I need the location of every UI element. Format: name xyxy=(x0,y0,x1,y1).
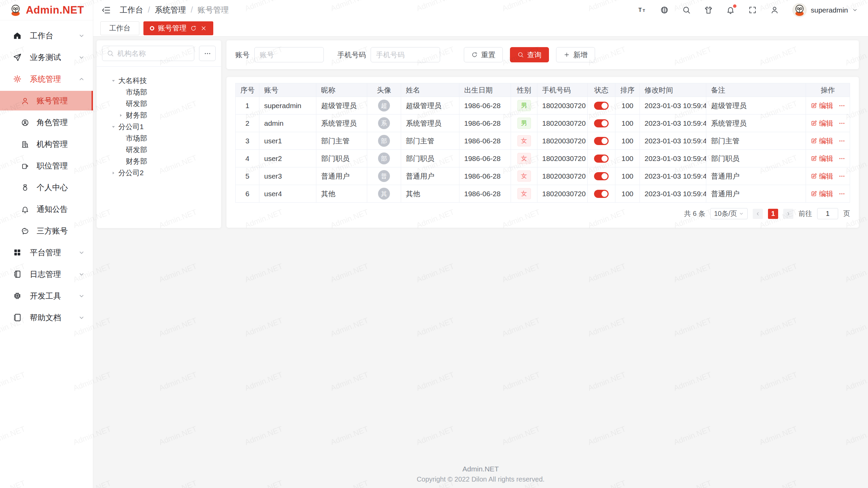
breadcrumb-separator: / xyxy=(191,5,193,15)
chevron-down-icon xyxy=(78,293,85,299)
edit-button[interactable]: 编辑 xyxy=(811,119,833,128)
cell-avatar: 其 xyxy=(367,185,401,203)
edit-button[interactable]: 编辑 xyxy=(811,101,833,110)
sidebar-item-日志管理[interactable]: 日志管理 xyxy=(0,264,93,284)
cell-account: user4 xyxy=(259,185,316,203)
tree-node-大名科技[interactable]: 大名科技 xyxy=(99,75,218,86)
breadcrumb-item[interactable]: 系统管理 xyxy=(155,5,186,15)
edit-button[interactable]: 编辑 xyxy=(811,136,833,146)
cell-gender: 女 xyxy=(511,150,537,167)
page-size-select[interactable]: 10条/页 xyxy=(710,208,748,219)
table-row: 4user2部门职员部部门职员1986-06-28女18020030720100… xyxy=(236,150,850,167)
sidebar-item-角色管理[interactable]: 角色管理 xyxy=(0,113,93,132)
tab-工作台[interactable]: 工作台 xyxy=(100,21,139,35)
tab-close-icon[interactable] xyxy=(200,25,207,32)
cell-avatar: 超 xyxy=(367,97,401,115)
sidebar-item-工作台[interactable]: 工作台 xyxy=(0,26,93,45)
cell-index: 1 xyxy=(236,97,259,115)
account-input[interactable] xyxy=(254,47,324,62)
query-button[interactable]: 查询 xyxy=(510,47,549,62)
person-icon[interactable] xyxy=(770,6,779,14)
tree-node-label: 财务部 xyxy=(126,110,147,120)
edit-label: 编辑 xyxy=(819,154,833,163)
more-actions-button[interactable] xyxy=(839,190,845,197)
caret-down-icon[interactable] xyxy=(111,78,118,83)
row-avatar: 普 xyxy=(378,170,390,182)
status-toggle[interactable] xyxy=(594,137,609,145)
tree-node-分公司2[interactable]: 分公司2 xyxy=(99,167,218,179)
cell-status xyxy=(588,185,615,203)
language-icon[interactable] xyxy=(660,6,669,14)
org-tree: 大名科技市场部研发部财务部分公司1市场部研发部财务部分公司2 xyxy=(97,67,221,187)
table-row: 2admin系统管理员系系统管理员1986-06-28男180200307201… xyxy=(236,115,850,132)
sidebar-fold-icon[interactable] xyxy=(101,5,111,15)
more-actions-button[interactable] xyxy=(839,138,845,144)
breadcrumb-item[interactable]: 工作台 xyxy=(120,5,143,15)
user-menu[interactable]: superadmin xyxy=(792,3,858,17)
cell-remark: 部门职员 xyxy=(706,150,806,167)
tab-refresh-icon[interactable] xyxy=(190,25,197,32)
sidebar-item-帮助文档[interactable]: 帮助文档 xyxy=(0,308,93,327)
reset-button[interactable]: 重置 xyxy=(464,47,503,62)
status-toggle[interactable] xyxy=(594,119,609,127)
org-search-input[interactable] xyxy=(117,49,190,58)
prev-page-button[interactable] xyxy=(753,209,763,219)
tree-node-研发部[interactable]: 研发部 xyxy=(99,98,218,109)
caret-right-icon[interactable] xyxy=(111,170,118,176)
table-row: 5user3普通用户普普通用户1986-06-28女18020030720100… xyxy=(236,167,850,185)
sidebar-item-平台管理[interactable]: 平台管理 xyxy=(0,243,93,262)
current-page[interactable]: 1 xyxy=(768,209,778,219)
goto-page-input[interactable] xyxy=(817,208,838,219)
caret-right-icon[interactable] xyxy=(118,113,126,118)
sidebar-item-业务测试[interactable]: 业务测试 xyxy=(0,47,93,67)
sidebar-item-label: 职位管理 xyxy=(37,161,68,171)
more-actions-button[interactable] xyxy=(839,173,845,180)
edit-button[interactable]: 编辑 xyxy=(811,154,833,163)
more-options-button[interactable] xyxy=(199,46,216,61)
cell-name: 部门主管 xyxy=(401,132,459,150)
status-toggle[interactable] xyxy=(594,190,609,198)
sidebar-item-开发工具[interactable]: 开发工具 xyxy=(0,286,93,306)
sidebar-item-个人中心[interactable]: 个人中心 xyxy=(0,178,93,197)
more-actions-button[interactable] xyxy=(839,120,845,127)
sidebar-item-三方账号[interactable]: 三方账号 xyxy=(0,221,93,241)
status-toggle[interactable] xyxy=(594,155,609,163)
notification-bell-icon[interactable] xyxy=(726,6,735,14)
sidebar-item-系统管理[interactable]: 系统管理 xyxy=(0,69,93,89)
column-header-修改时间: 修改时间 xyxy=(640,83,706,97)
next-page-button[interactable] xyxy=(783,209,793,219)
sidebar-item-机构管理[interactable]: 机构管理 xyxy=(0,134,93,154)
chevron-down-icon xyxy=(78,54,85,61)
cell-phone: 18020030720 xyxy=(537,97,588,115)
caret-down-icon[interactable] xyxy=(111,124,118,129)
tree-node-市场部[interactable]: 市场部 xyxy=(99,86,218,98)
table-row: 1superadmin超级管理员超超级管理员1986-06-28男1802003… xyxy=(236,97,850,115)
more-actions-button[interactable] xyxy=(839,155,845,162)
column-header-头像: 头像 xyxy=(367,83,401,97)
phone-input[interactable] xyxy=(371,47,440,62)
sidebar-item-通知公告[interactable]: 通知公告 xyxy=(0,199,93,219)
sidebar-item-职位管理[interactable]: 职位管理 xyxy=(0,156,93,176)
cell-ops: 编辑 xyxy=(806,167,850,185)
edit-icon xyxy=(811,120,817,126)
more-actions-button[interactable] xyxy=(839,102,845,109)
edit-button[interactable]: 编辑 xyxy=(811,171,833,181)
add-button[interactable]: 新增 xyxy=(556,47,595,62)
accounts-table-panel: 序号账号昵称头像姓名出生日期性别手机号码状态排序修改时间备注操作 1supera… xyxy=(226,77,859,228)
fontsize-icon[interactable]: TT xyxy=(638,6,647,14)
theme-shirt-icon[interactable] xyxy=(704,6,713,14)
tree-node-财务部[interactable]: 财务部 xyxy=(99,156,218,167)
status-toggle[interactable] xyxy=(594,102,609,110)
tab-账号管理[interactable]: 账号管理 xyxy=(143,21,213,35)
fullscreen-icon[interactable] xyxy=(748,6,757,14)
cell-name: 普通用户 xyxy=(401,167,459,185)
tree-node-市场部[interactable]: 市场部 xyxy=(99,133,218,144)
status-toggle[interactable] xyxy=(594,172,609,180)
tree-node-财务部[interactable]: 财务部 xyxy=(99,109,218,121)
brand-logo[interactable]: Admin.NET xyxy=(0,0,93,20)
tree-node-研发部[interactable]: 研发部 xyxy=(99,144,218,156)
tree-node-分公司1[interactable]: 分公司1 xyxy=(99,121,218,133)
search-icon[interactable] xyxy=(682,6,691,14)
sidebar-item-账号管理[interactable]: 账号管理 xyxy=(0,91,93,110)
edit-button[interactable]: 编辑 xyxy=(811,189,833,199)
